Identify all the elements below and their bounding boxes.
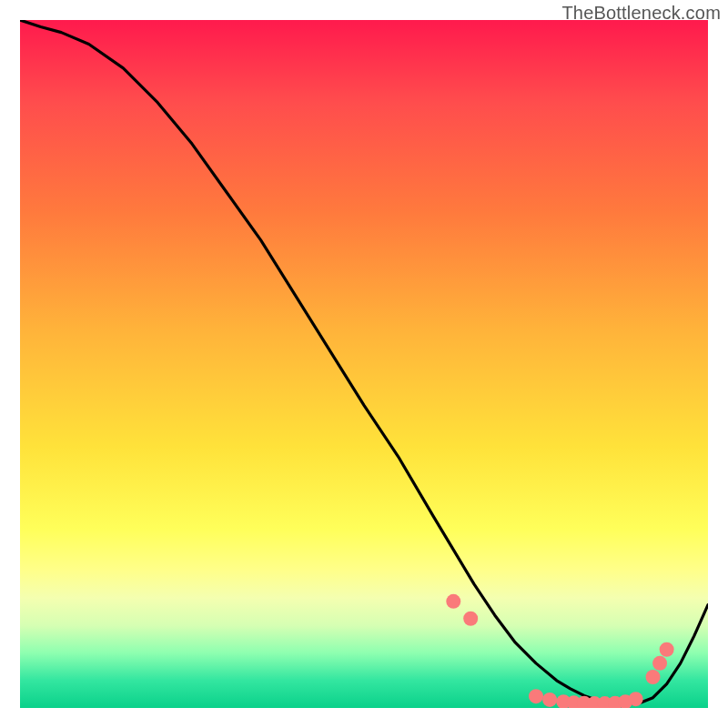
chart-marker [646,670,661,684]
chart-marker [542,693,557,707]
chart-overlay [20,20,708,708]
chart-line [20,20,708,703]
chart-markers [446,594,673,708]
chart-marker [446,594,460,609]
chart-marker [652,656,667,671]
chart-marker [463,612,478,626]
chart-marker [529,689,543,703]
chart-container: TheBottleneck.com [0,0,728,728]
chart-marker [660,642,674,657]
chart-marker [629,692,643,706]
